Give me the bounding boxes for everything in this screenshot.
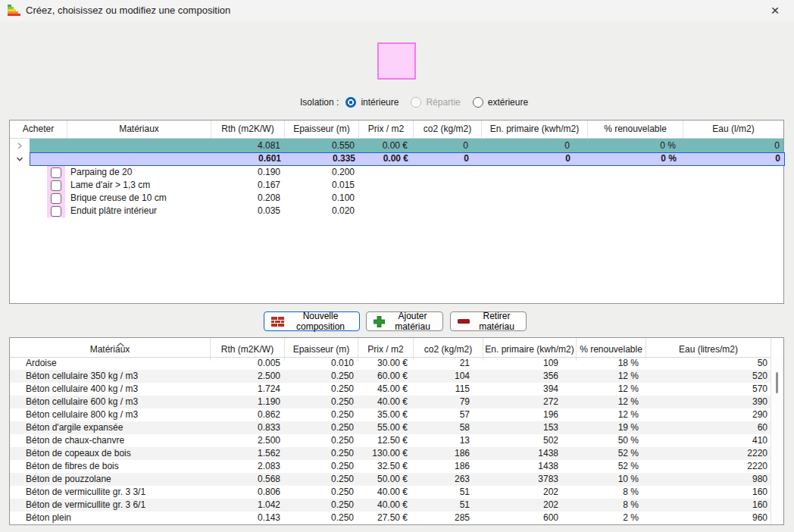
chevron-down-icon[interactable] [10,152,30,166]
material-value: 290 [646,408,771,421]
composition-value: 0 [483,153,589,165]
material-row[interactable]: Béton plein0.1430.25027.50 €2856002 %960 [10,512,771,524]
material-value: 0.250 [285,447,358,460]
material-value: 2 % [577,512,646,524]
material-name: Béton cellulaire 400 kg / m3 [10,383,211,396]
material-row[interactable]: Béton de chaux-chanvre2.5000.25012.50 €1… [10,434,771,447]
column-header[interactable]: co2 (kg/m2) [414,120,482,138]
column-header[interactable]: Matériaux [67,120,211,138]
isolation-radio-group: Isolation : intérieure Répartie extérieu… [300,95,540,109]
materials-table-body: Ardoise0.0050.01030.00 €2110918 %50Béton… [10,357,771,524]
column-header[interactable]: % renouvelable [588,120,683,138]
material-value: 0.862 [211,408,285,421]
layer-row[interactable]: Parpaing de 20 0.190 0.200 [10,166,783,179]
column-header[interactable]: Rth (m2K/W) [211,120,285,138]
material-value: 1438 [483,460,577,473]
material-value: 60 [646,421,771,434]
column-header[interactable]: Eau (l/m2) [683,120,783,138]
buy-checkbox[interactable] [51,193,61,204]
material-value: 202 [483,486,577,499]
material-value: 0.568 [211,473,285,486]
layer-rth: 0.167 [211,179,285,192]
minus-icon [458,319,470,324]
column-header[interactable]: Epaisseur (m) [285,120,359,138]
material-value: 186 [414,460,483,473]
material-value: 0.250 [285,421,358,434]
material-row[interactable]: Béton de vermicullite gr. 3 6/11.0420.25… [10,499,771,512]
material-value: 0.250 [285,512,358,524]
material-row[interactable]: Béton cellulaire 350 kg / m32.5000.25060… [10,370,771,383]
composition-value: 0.00 € [359,139,414,152]
composition-value: 0 [683,139,783,152]
material-value: 0.005 [211,357,285,370]
vertical-scrollbar[interactable] [771,357,783,524]
column-header[interactable]: En. primaire (kwh/m2) [482,120,588,138]
composition-row-selected[interactable]: 0.601 0.335 0.00 € 0 0 0 % 0 [10,152,783,166]
material-row[interactable]: Béton de copeaux de bois1.5620.250130.00… [10,447,771,460]
chevron-right-icon[interactable] [10,139,30,152]
material-value: 394 [483,383,577,396]
material-row[interactable]: Béton de vermicullite gr. 3 3/10.8060.25… [10,486,771,499]
composition-table: Acheter Matériaux Rth (m2K/W) Epaisseur … [9,120,784,304]
window-title: Créez, choisissez ou modifiez une compos… [26,0,230,21]
layer-rth: 0.035 [211,205,285,217]
material-value: 1438 [483,447,577,460]
material-value: 1.562 [211,447,285,460]
material-row[interactable]: Béton de fibres de bois2.0830.25032.50 €… [10,460,771,473]
material-value: 58 [414,421,483,434]
radio-unchecked-icon [473,97,483,108]
material-value: 12.50 € [358,434,414,447]
column-header[interactable]: Prix / m2 [359,120,414,138]
material-value: 202 [483,499,577,512]
radio-interieure[interactable]: intérieure [345,97,399,108]
column-header[interactable]: Acheter [10,120,67,138]
material-row[interactable]: Béton d'argile expansée0.8330.25055.00 €… [10,421,771,434]
material-value: 130.00 € [358,447,414,460]
material-value: 600 [483,512,577,524]
composition-color-swatch[interactable] [377,42,416,80]
material-row[interactable]: Béton cellulaire 600 kg / m31.1900.25040… [10,396,771,408]
material-value: 1.724 [211,383,285,396]
material-value: 0.250 [285,486,358,499]
layer-row[interactable]: Brique creuse de 10 cm 0.208 0.100 [10,192,783,205]
material-value: 2.500 [211,370,285,383]
radio-disabled-icon [411,97,421,108]
remove-material-button[interactable]: Retirer matériau [450,311,527,331]
material-value: 21 [414,357,483,370]
scrollbar-thumb[interactable] [776,372,778,393]
material-value: 196 [483,408,577,421]
buy-checkbox-cell [47,166,65,179]
layer-epaisseur: 0.200 [285,166,359,179]
material-value: 160 [646,486,771,499]
sort-ascending-icon [116,339,125,349]
layer-row[interactable]: Lame d'air > 1,3 cm 0.167 0.015 [10,179,783,192]
material-value: 570 [646,383,771,396]
buy-checkbox[interactable] [51,180,61,191]
layer-epaisseur: 0.020 [285,205,359,217]
material-value: 0.250 [285,473,358,486]
composition-value: 0 [414,139,482,152]
material-value: 51 [414,486,483,499]
add-material-button[interactable]: Ajouter matériau [366,311,443,331]
composition-row[interactable]: 4.081 0.550 0.00 € 0 0 0 % 0 [10,139,783,152]
material-row[interactable]: Ardoise0.0050.01030.00 €2110918 %50 [10,357,771,370]
layer-epaisseur: 0.015 [285,179,359,192]
material-value: 40.00 € [358,499,414,512]
new-composition-button[interactable]: Nouvelle composition [264,311,360,331]
close-button[interactable]: × [764,2,786,20]
composition-table-header: Acheter Matériaux Rth (m2K/W) Epaisseur … [10,120,783,139]
layer-row[interactable]: Enduit plâtre intérieur 0.035 0.020 [10,205,783,217]
material-row[interactable]: Béton cellulaire 800 kg / m30.8620.25035… [10,408,771,421]
buy-checkbox[interactable] [51,167,61,178]
material-value: 960 [646,512,771,524]
material-row[interactable]: Béton de pouzzolane0.5680.25050.00 €2633… [10,473,771,486]
buy-checkbox[interactable] [51,206,61,217]
radio-exterieure[interactable]: extérieure [473,97,528,108]
composition-value: 0.335 [286,153,360,165]
material-row[interactable]: Béton cellulaire 400 kg / m31.7240.25045… [10,383,771,396]
material-value: 45.00 € [358,383,414,396]
material-value: 52 % [577,447,646,460]
material-value: 109 [483,357,577,370]
buy-checkbox-cell [47,179,65,192]
material-value: 2.083 [211,460,285,473]
